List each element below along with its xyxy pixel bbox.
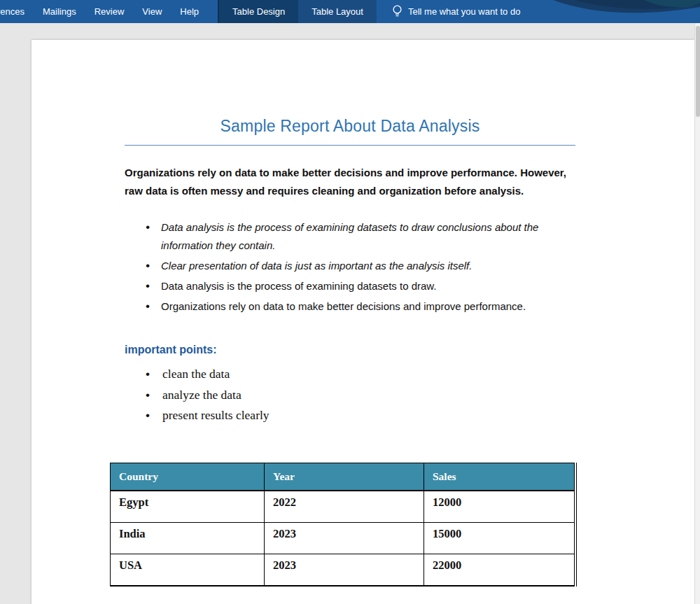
scrollbar-thumb[interactable] — [696, 26, 700, 117]
bullet-item[interactable]: Data analysis is the process of examinin… — [125, 218, 575, 255]
vertical-scrollbar[interactable] — [694, 23, 700, 604]
table-body: Egypt202212000India202315000USA202322000 — [111, 491, 575, 586]
table-cell[interactable]: USA — [111, 554, 265, 587]
table-cell[interactable]: 15000 — [424, 523, 575, 554]
table-cell[interactable]: Egypt — [111, 491, 265, 523]
point-item[interactable]: clean the data — [125, 364, 575, 385]
data-table[interactable]: CountryYearSales Egypt202212000India2023… — [110, 463, 575, 587]
table-header-country[interactable]: Country — [111, 463, 265, 491]
document-page[interactable]: Sample Report About Data Analysis Organi… — [31, 40, 694, 604]
ribbon-tabs: rencesMailingsReviewViewHelp — [0, 0, 208, 23]
point-item[interactable]: present results clearly — [125, 405, 575, 426]
bullet-item[interactable]: Clear presentation of data is just as im… — [125, 257, 575, 275]
table-header-year[interactable]: Year — [265, 463, 424, 491]
bullet-item[interactable]: Data analysis is the process of examinin… — [125, 277, 575, 295]
lightbulb-icon — [392, 4, 402, 19]
table-cell[interactable]: India — [111, 523, 265, 554]
ribbon-tab-bar: rencesMailingsReviewViewHelp Table Desig… — [0, 0, 700, 23]
table-row: Egypt202212000 — [111, 491, 575, 523]
bullet-list: Data analysis is the process of examinin… — [125, 218, 575, 316]
decorative-swoosh — [553, 0, 700, 23]
table-row: USA202322000 — [111, 554, 575, 587]
table-header-sales[interactable]: Sales — [424, 463, 575, 491]
data-table-wrap: CountryYearSales Egypt202212000India2023… — [110, 463, 574, 587]
table-cell[interactable]: 2022 — [265, 491, 424, 523]
table-cell[interactable]: 12000 — [424, 491, 575, 523]
table-contextual-tabs: Table DesignTable Layout — [218, 0, 377, 23]
table-header-row: CountryYearSales — [111, 463, 575, 491]
ribbon-tab-mailings[interactable]: Mailings — [34, 0, 85, 23]
ribbon-tab-table-design[interactable]: Table Design — [219, 0, 298, 23]
ribbon-tab-help[interactable]: Help — [171, 0, 208, 23]
tell-me-label: Tell me what you want to do — [408, 6, 520, 17]
document-workspace: Sample Report About Data Analysis Organi… — [0, 23, 700, 604]
important-points-heading[interactable]: important points: — [125, 344, 575, 356]
important-points-list: clean the dataanalyze the datapresent re… — [125, 364, 575, 426]
intro-paragraph[interactable]: Organizations rely on data to make bette… — [125, 164, 575, 199]
ribbon-tab-table-layout[interactable]: Table Layout — [298, 0, 377, 23]
document-title[interactable]: Sample Report About Data Analysis — [125, 117, 575, 146]
table-cell[interactable]: 2023 — [265, 523, 424, 554]
bullet-item[interactable]: Organizations rely on data to make bette… — [125, 297, 575, 316]
point-item[interactable]: analyze the data — [125, 385, 575, 406]
table-cell[interactable]: 22000 — [424, 554, 575, 587]
table-row: India202315000 — [111, 523, 575, 554]
ribbon-tab-review[interactable]: Review — [85, 0, 134, 23]
ribbon-tab-view[interactable]: View — [133, 0, 171, 23]
tell-me-box[interactable]: Tell me what you want to do — [382, 0, 530, 23]
ribbon-tab-rences[interactable]: rences — [0, 0, 34, 23]
table-cell[interactable]: 2023 — [265, 554, 424, 587]
